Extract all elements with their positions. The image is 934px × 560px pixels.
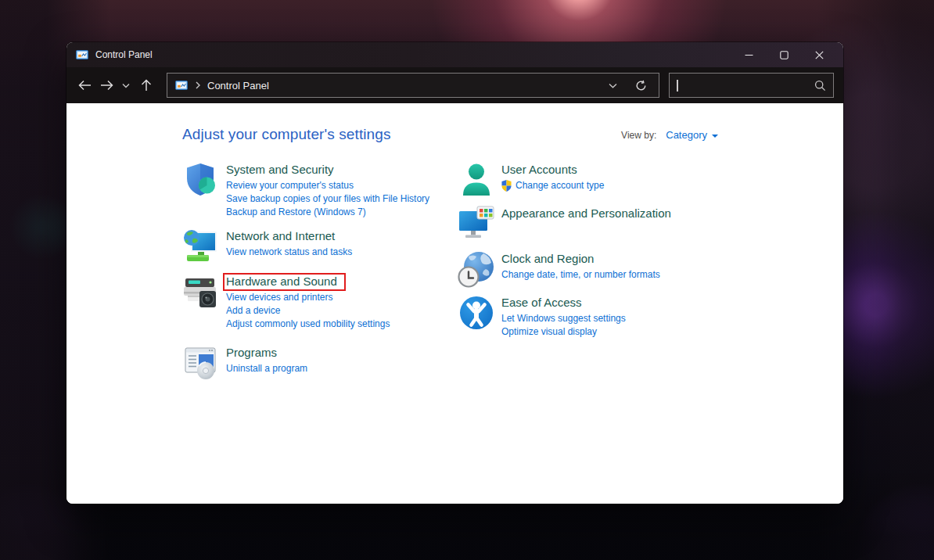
maximize-icon (780, 51, 789, 59)
close-button[interactable] (802, 42, 837, 67)
recent-pages-button[interactable] (119, 74, 133, 97)
titlebar[interactable]: Control Panel (66, 42, 843, 67)
category-title-link[interactable]: Network and Internet (226, 228, 335, 244)
control-panel-icon (175, 79, 188, 92)
network-monitor-icon[interactable] (182, 228, 220, 265)
category-programs: Programs Uninstall a program (182, 344, 458, 382)
uac-shield-icon (501, 180, 512, 192)
minimize-button[interactable] (731, 42, 767, 67)
category-clock-and-region: Clock and Region Change date, time, or n… (458, 250, 843, 288)
refresh-button[interactable] (630, 74, 651, 96)
view-by-control: View by: Category (621, 129, 718, 141)
category-title-link[interactable]: User Accounts (501, 162, 577, 178)
task-link[interactable]: Review your computer's status (226, 179, 429, 192)
globe-clock-icon[interactable] (458, 250, 495, 288)
programs-disc-icon[interactable] (182, 344, 220, 382)
window-title: Control Panel (95, 49, 153, 60)
task-link[interactable]: Backup and Restore (Windows 7) (226, 206, 429, 219)
task-link[interactable]: Add a device (226, 304, 390, 318)
minimize-icon (745, 51, 753, 59)
back-button[interactable] (76, 74, 94, 97)
category-title-link[interactable]: Appearance and Personalization (501, 206, 671, 221)
close-icon (815, 51, 824, 59)
breadcrumb-location[interactable]: Control Panel (207, 80, 269, 92)
search-icon[interactable] (814, 80, 826, 92)
right-column: User Accounts (458, 161, 843, 382)
task-link[interactable]: Uninstall a program (226, 362, 307, 375)
task-link[interactable]: View network status and tasks (226, 246, 352, 259)
control-panel-home: Adjust your computer's settings View by:… (66, 103, 843, 504)
task-link[interactable]: Optimize visual display (501, 325, 626, 339)
search-box[interactable] (669, 73, 834, 98)
personalization-monitor-icon[interactable] (458, 205, 495, 242)
printer-speaker-icon[interactable] (182, 273, 220, 311)
view-by-dropdown[interactable]: Category (666, 129, 718, 141)
navigation-bar: Control Panel (66, 67, 843, 103)
category-appearance-and-personalization: Appearance and Personalization (458, 205, 843, 242)
recent-pages-chevron-icon (122, 83, 130, 88)
category-columns: System and Security Review your computer… (182, 161, 843, 382)
breadcrumb-chevron-icon[interactable] (196, 81, 200, 89)
forward-button[interactable] (98, 74, 116, 97)
refresh-icon (635, 80, 647, 92)
category-title-link[interactable]: Hardware and Sound (226, 274, 337, 289)
address-dropdown-chevron-icon (609, 83, 617, 88)
forward-icon (100, 80, 113, 91)
up-icon (141, 79, 152, 92)
maximize-button[interactable] (767, 42, 802, 67)
back-icon (78, 80, 92, 91)
annotation-highlight-box: Hardware and Sound (223, 273, 346, 291)
task-link[interactable]: Save backup copies of your files with Fi… (226, 192, 429, 206)
category-ease-of-access: Ease of Access Let Windows suggest setti… (458, 294, 843, 339)
category-network-and-internet: Network and Internet View network status… (182, 228, 458, 265)
category-hardware-and-sound: Hardware and Sound View devices and prin… (182, 273, 458, 331)
category-user-accounts: User Accounts (458, 161, 843, 199)
control-panel-window: Control Panel Control Pa (66, 42, 843, 504)
view-by-label: View by: (621, 130, 656, 141)
task-link-with-uac[interactable]: Change account type (501, 179, 604, 192)
category-title-link[interactable]: Clock and Region (501, 251, 594, 267)
task-link[interactable]: Change date, time, or number formats (501, 268, 660, 282)
address-bar[interactable]: Control Panel (167, 73, 659, 98)
address-dropdown-button[interactable] (602, 74, 623, 96)
task-link[interactable]: View devices and printers (226, 291, 390, 304)
category-title-link[interactable]: Ease of Access (501, 295, 582, 311)
category-title-link[interactable]: Programs (226, 345, 277, 361)
control-panel-icon (76, 48, 88, 61)
task-link[interactable]: Adjust commonly used mobility settings (226, 318, 390, 331)
security-shield-icon[interactable] (182, 161, 220, 199)
category-title-link[interactable]: System and Security (226, 162, 334, 178)
up-button[interactable] (137, 74, 155, 97)
chevron-down-icon (712, 135, 718, 138)
text-cursor (677, 80, 678, 92)
task-link[interactable]: Let Windows suggest settings (501, 312, 626, 325)
user-icon[interactable] (458, 161, 495, 199)
page-title: Adjust your computer's settings (182, 126, 843, 143)
accessibility-icon[interactable] (458, 294, 495, 332)
search-input[interactable] (677, 74, 814, 97)
category-system-and-security: System and Security Review your computer… (182, 161, 458, 219)
left-column: System and Security Review your computer… (182, 161, 458, 382)
